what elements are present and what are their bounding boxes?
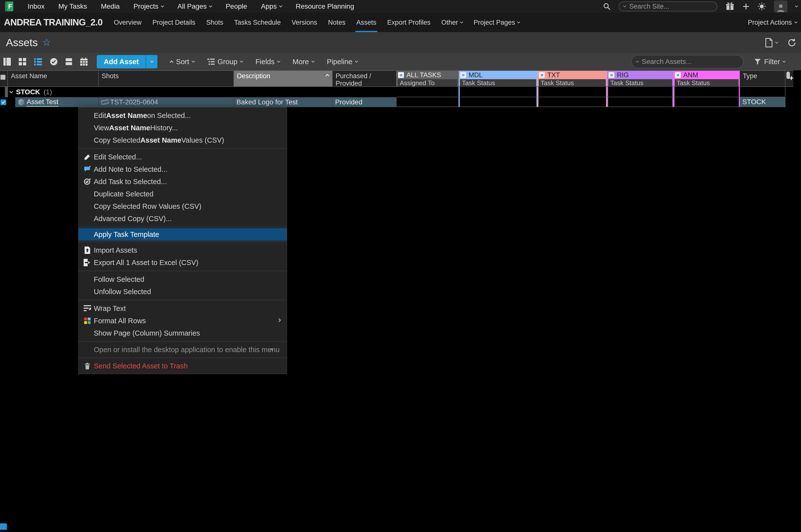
subheader-task-status[interactable]: Task Status: [460, 79, 536, 87]
project-title[interactable]: ANDREA TRAINING_2.0: [4, 17, 102, 27]
column-header-mdl[interactable]: »MDL Task Status: [459, 71, 537, 87]
nav-media[interactable]: Media: [101, 2, 120, 11]
cell-txt-status[interactable]: [537, 97, 607, 107]
select-all-cell[interactable]: [0, 71, 8, 87]
column-header-rig[interactable]: »RIG Task Status: [607, 71, 673, 87]
more-control[interactable]: More: [293, 58, 314, 66]
group-collapse-chevron-icon[interactable]: [9, 90, 13, 94]
tab-versions[interactable]: Versions: [292, 13, 317, 32]
user-avatar[interactable]: [774, 0, 787, 12]
thumbnail-view-icon[interactable]: [19, 58, 26, 65]
expand-step-icon[interactable]: »: [609, 72, 614, 78]
expand-step-icon[interactable]: »: [539, 72, 545, 78]
tab-overview[interactable]: Overview: [114, 13, 142, 32]
chevron-down-icon[interactable]: [623, 4, 626, 7]
menu-item-add-task-to-selected[interactable]: Add Task to Selected...: [78, 175, 287, 188]
menu-item-wrap-text[interactable]: Wrap Text: [78, 302, 287, 315]
chevron-down-icon[interactable]: [775, 40, 778, 44]
cell-all-tasks[interactable]: [397, 97, 459, 107]
column-header-shots[interactable]: Shots: [99, 71, 234, 87]
menu-item-desktop-app-notice[interactable]: Open or install the desktop application …: [78, 343, 287, 356]
tab-assets[interactable]: Assets: [356, 13, 376, 32]
calendar-view-icon[interactable]: [80, 57, 88, 66]
scroll-corner-indicator[interactable]: [0, 524, 7, 530]
tab-export-profiles[interactable]: Export Profiles: [387, 13, 431, 32]
column-header-description[interactable]: Description: [234, 71, 332, 87]
expand-step-icon[interactable]: »: [675, 72, 681, 78]
layout-panel-view-icon[interactable]: [3, 58, 11, 65]
expand-step-icon[interactable]: »: [460, 72, 466, 78]
menu-item-import-assets[interactable]: Import Assets: [78, 244, 287, 256]
search-icon[interactable]: [603, 2, 611, 11]
tab-tasks-schedule[interactable]: Tasks Schedule: [234, 13, 281, 32]
refresh-icon[interactable]: [787, 38, 797, 48]
fields-control[interactable]: Fields: [255, 58, 280, 66]
nav-projects[interactable]: Projects: [134, 2, 164, 11]
add-asset-dropdown-button[interactable]: [146, 55, 157, 68]
flow-logo-icon[interactable]: F: [5, 1, 13, 11]
nav-all-pages[interactable]: All Pages: [177, 2, 212, 11]
column-header-purchased-provided[interactable]: Purchased / Provided: [332, 71, 397, 87]
task-view-icon[interactable]: [50, 58, 58, 65]
menu-item-unfollow-selected[interactable]: Unfollow Selected: [78, 285, 287, 298]
cell-purchased-provided[interactable]: Provided: [332, 97, 397, 107]
add-column-icon[interactable]: +: [789, 74, 794, 82]
assets-search-input[interactable]: [642, 58, 739, 65]
site-search-box[interactable]: [618, 1, 717, 11]
menu-item-duplicate-selected[interactable]: Duplicate Selected: [78, 188, 287, 200]
menu-item-send-to-trash[interactable]: Send Selected Asset to Trash: [78, 360, 287, 372]
chevron-down-icon[interactable]: [636, 59, 639, 63]
project-actions-menu[interactable]: Project Actions: [748, 19, 797, 26]
cell-description[interactable]: Baked Logo for Test: [234, 97, 332, 107]
menu-item-add-note-to-selected[interactable]: Add Note to Selected...: [78, 163, 287, 175]
menu-item-apply-task-template[interactable]: Apply Task Template: [78, 228, 287, 241]
assets-search-box[interactable]: [631, 55, 744, 68]
cell-type[interactable]: STOCK: [740, 97, 785, 107]
menu-item-export-to-excel[interactable]: Export All 1 Asset to Excel (CSV): [78, 256, 287, 269]
nav-inbox[interactable]: Inbox: [27, 2, 45, 11]
column-header-anm[interactable]: »ANM Task Status: [673, 71, 740, 87]
group-control[interactable]: Group: [207, 58, 243, 66]
add-new-icon[interactable]: +: [743, 1, 749, 11]
shot-link[interactable]: TST-2025-0604: [110, 98, 158, 106]
filter-control[interactable]: Filter: [754, 58, 785, 66]
column-header-asset-name[interactable]: Asset Name: [8, 71, 99, 87]
table-row-asset-test[interactable]: Asset Test TST-2025-0604 Baked Logo for …: [0, 97, 785, 107]
select-all-checkbox[interactable]: [0, 75, 5, 80]
menu-item-copy-field-values[interactable]: Copy Selected Asset Name Values (CSV): [78, 134, 287, 146]
account-menu-chevron-icon[interactable]: [795, 4, 798, 7]
tab-notes[interactable]: Notes: [328, 13, 345, 32]
subheader-task-status[interactable]: Task Status: [608, 79, 672, 87]
nav-my-tasks[interactable]: My Tasks: [58, 2, 87, 11]
site-search-input[interactable]: [629, 3, 712, 11]
menu-item-follow-selected[interactable]: Follow Selected: [78, 273, 287, 285]
cell-mdl-status[interactable]: [459, 97, 537, 107]
subheader-task-status[interactable]: Task Status: [539, 79, 606, 87]
asset-name-link[interactable]: Asset Test: [27, 98, 58, 107]
tab-other[interactable]: Other: [441, 13, 463, 32]
menu-item-edit-field-on-selected[interactable]: Edit Asset Name on Selected...: [78, 109, 287, 122]
add-asset-button[interactable]: Add Asset: [97, 55, 146, 68]
group-header[interactable]: STOCK (1): [0, 87, 397, 97]
menu-item-edit-selected[interactable]: Edit Selected...: [78, 151, 287, 163]
page-file-icon[interactable]: [765, 38, 773, 48]
nav-people[interactable]: People: [226, 2, 247, 11]
menu-item-view-field-history[interactable]: View Asset Name History...: [78, 122, 287, 134]
menu-item-copy-row-values[interactable]: Copy Selected Row Values (CSV): [78, 200, 287, 212]
tab-project-details[interactable]: Project Details: [153, 13, 195, 32]
subheader-assigned-to[interactable]: Assigned To: [398, 79, 458, 87]
cell-anm-status[interactable]: [673, 97, 740, 107]
gift-icon[interactable]: [725, 2, 735, 11]
cell-shots[interactable]: TST-2025-0604: [99, 97, 234, 107]
column-header-type[interactable]: Type: [740, 71, 785, 87]
cell-rig-status[interactable]: [607, 97, 673, 107]
menu-item-show-page-summaries[interactable]: Show Page (Column) Summaries: [78, 327, 287, 339]
list-view-icon[interactable]: [34, 58, 42, 65]
menu-item-advanced-copy[interactable]: Advanced Copy (CSV)...: [78, 212, 287, 225]
pipeline-control[interactable]: Pipeline: [327, 58, 358, 66]
menu-item-format-all-rows[interactable]: Format All Rows: [78, 315, 287, 327]
tab-project-pages[interactable]: Project Pages: [474, 13, 520, 32]
whats-new-icon[interactable]: [757, 2, 766, 11]
column-header-txt[interactable]: »TXT Task Status: [537, 71, 607, 87]
nav-apps[interactable]: Apps: [261, 2, 282, 11]
